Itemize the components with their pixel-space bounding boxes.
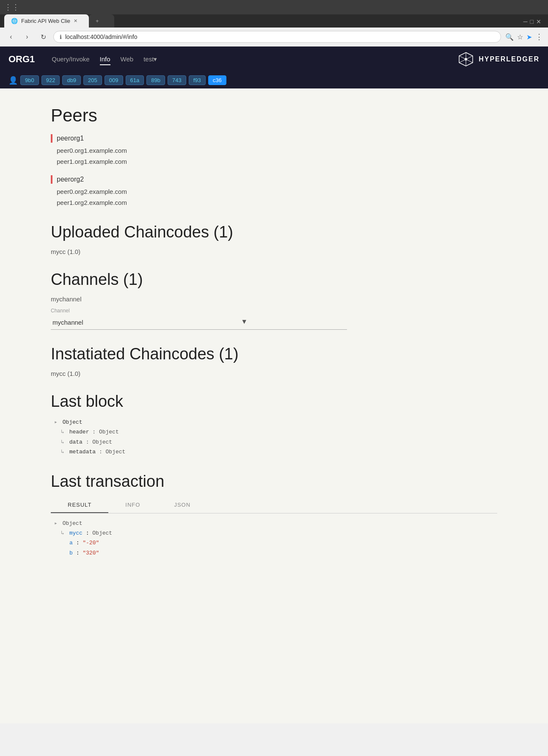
tree-val-header: Object	[99, 429, 119, 435]
forward-button[interactable]: ›	[21, 31, 33, 43]
tab-title: Fabric API Web Clie	[21, 18, 70, 24]
close-icon[interactable]: ✕	[536, 18, 541, 25]
main-nav: Query/Invoke Info Web test▾	[52, 54, 441, 65]
tab-result[interactable]: RESULT	[51, 497, 108, 513]
browser-menu-icon: ⋮⋮	[4, 3, 19, 12]
tree-val-data: Object	[92, 439, 112, 445]
peer-tabs-row: 👤 9b0 922 db9 205 009 61a 89b 743 f93 c3…	[0, 72, 548, 88]
last-block-root-label: Object	[63, 419, 83, 425]
last-block-heading: Last block	[51, 392, 497, 411]
nav-test[interactable]: test▾	[143, 54, 157, 65]
last-transaction-heading: Last transaction	[51, 472, 497, 491]
menu-icon[interactable]: ⋮	[535, 32, 543, 41]
logo-icon	[457, 51, 474, 68]
transaction-tree: ▸ Object ↳ mycc : Object a : "-20" b : "…	[54, 519, 497, 558]
reload-button[interactable]: ↻	[37, 31, 49, 43]
peer-tab-009[interactable]: 009	[105, 75, 123, 85]
nav-query-invoke[interactable]: Query/Invoke	[52, 54, 89, 65]
nav-info[interactable]: Info	[100, 54, 110, 65]
nav-web[interactable]: Web	[121, 54, 134, 65]
maximize-icon[interactable]: □	[530, 18, 534, 25]
address-actions: 🔍 ☆ ➤ ⋮	[505, 32, 543, 41]
address-bar-row: ‹ › ↻ ℹ localhost:4000/admin/#/info 🔍 ☆ …	[0, 28, 548, 47]
tx-val-mycc: Object	[92, 530, 112, 536]
tree-val-metadata: Object	[105, 449, 125, 455]
last-block-children: ↳ header : Object ↳ data : Object ↳ meta…	[61, 427, 497, 457]
address-bar[interactable]: ℹ localhost:4000/admin/#/info	[53, 31, 501, 43]
instantiated-chaincodes-heading: Instatiated Chaincodes (1)	[51, 345, 497, 363]
tree-arrow-root[interactable]: ▸	[54, 419, 58, 425]
peer-tab-205[interactable]: 205	[83, 75, 102, 85]
tree-key-data: data	[69, 439, 83, 445]
tx-tree-arrow-root[interactable]: ▸	[54, 520, 58, 527]
tree-row-data: ↳ data : Object	[61, 437, 497, 447]
result-tabs: RESULT INFO JSON	[51, 497, 497, 513]
peerorg2-peer1: peer1.org2.example.com	[57, 197, 497, 208]
channel-label: Channel	[51, 308, 497, 314]
tree-arrow-metadata[interactable]: ↳	[61, 449, 64, 455]
extension-icon[interactable]: ➤	[526, 33, 532, 41]
bookmark-icon[interactable]: ☆	[517, 33, 523, 41]
instantiated-chaincode-0: mycc (1.0)	[51, 370, 497, 377]
tx-val-b: "320"	[83, 550, 99, 556]
peerorg2-label: peerorg2	[51, 175, 497, 184]
peerorg2-name: peerorg2	[57, 176, 84, 183]
tx-mycc-children: a : "-20" b : "320"	[69, 538, 497, 558]
tree-key-metadata: metadata	[69, 449, 96, 455]
app-header: ORG1 Query/Invoke Info Web test▾ HYPERLE…	[0, 47, 548, 72]
peer-tab-9b0[interactable]: 9b0	[20, 75, 39, 85]
search-icon[interactable]: 🔍	[505, 33, 514, 41]
org2-bar	[51, 175, 52, 184]
peer-tab-61a[interactable]: 61a	[126, 75, 144, 85]
tx-mycc-row: ↳ mycc : Object	[61, 528, 497, 538]
new-tab-icon: +	[96, 18, 99, 24]
new-tab[interactable]: +	[89, 14, 114, 28]
tab-favicon: 🌐	[11, 18, 18, 24]
tx-children: ↳ mycc : Object a : "-20" b : "320"	[61, 528, 497, 558]
tx-root-label: Object	[63, 520, 83, 527]
browser-chrome: ⋮⋮	[0, 0, 548, 14]
org1-bar	[51, 134, 52, 143]
channel-select[interactable]: mychannel	[51, 315, 347, 330]
tab-json[interactable]: JSON	[157, 497, 207, 513]
minimize-icon[interactable]: ─	[523, 18, 528, 25]
logo-text: HYPERLEDGER	[479, 55, 540, 63]
tx-key-mycc: mycc	[69, 530, 83, 536]
peerorg1-block: peerorg1 peer0.org1.example.com peer1.or…	[51, 134, 497, 167]
peer-tab-c36[interactable]: c36	[208, 75, 226, 85]
peerorg2-peer0: peer0.org2.example.com	[57, 186, 497, 197]
tree-arrow-header[interactable]: ↳	[61, 429, 64, 435]
org-title: ORG1	[8, 54, 35, 65]
uploaded-chaincodes-heading: Uploaded Chaincodes (1)	[51, 223, 497, 241]
tab-close-button[interactable]: ✕	[74, 18, 77, 24]
uploaded-chaincode-0: mycc (1.0)	[51, 248, 497, 255]
tree-key-header: header	[69, 429, 89, 435]
window-controls: ─ □ ✕	[521, 16, 544, 28]
main-content: Peers peerorg1 peer0.org1.example.com pe…	[0, 88, 548, 723]
peer-tab-922[interactable]: 922	[41, 75, 60, 85]
tx-val-a: "-20"	[83, 540, 99, 546]
hyperledger-logo: HYPERLEDGER	[457, 51, 540, 68]
peer-tab-743[interactable]: 743	[168, 75, 186, 85]
peerorg2-block: peerorg2 peer0.org2.example.com peer1.or…	[51, 175, 497, 208]
tree-row-header: ↳ header : Object	[61, 427, 497, 437]
tx-key-b: b	[69, 550, 73, 556]
tab-bar: 🌐 Fabric API Web Clie ✕ + ─ □ ✕	[0, 14, 548, 28]
peer-tab-89b[interactable]: 89b	[146, 75, 165, 85]
peers-heading: Peers	[51, 105, 497, 126]
back-button[interactable]: ‹	[5, 31, 17, 43]
peer-tab-db9[interactable]: db9	[62, 75, 81, 85]
last-block-tree: ▸ Object ↳ header : Object ↳ data : Obje…	[54, 417, 497, 457]
tab-info[interactable]: INFO	[108, 497, 157, 513]
peer-tab-f93[interactable]: f93	[189, 75, 206, 85]
active-tab[interactable]: 🌐 Fabric API Web Clie ✕	[4, 14, 89, 28]
url-text: localhost:4000/admin/#/info	[65, 33, 495, 40]
peerorg1-name: peerorg1	[57, 135, 84, 142]
last-block-root: ▸ Object	[54, 417, 497, 427]
peerorg1-label: peerorg1	[51, 134, 497, 143]
tx-arrow-mycc[interactable]: ↳	[61, 530, 64, 536]
tx-root: ▸ Object	[54, 519, 497, 528]
svg-point-4	[465, 58, 467, 61]
tree-arrow-data[interactable]: ↳	[61, 439, 64, 445]
secure-icon: ℹ	[60, 34, 62, 40]
